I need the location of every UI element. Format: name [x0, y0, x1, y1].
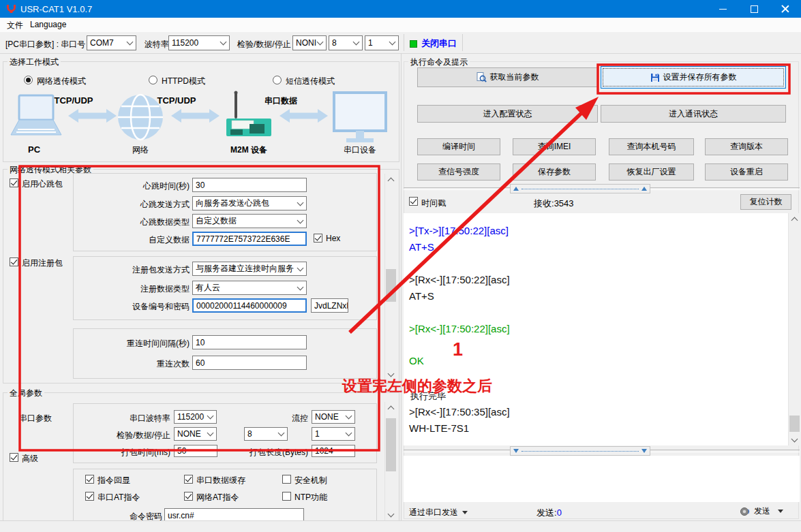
- query-signal-button[interactable]: 查信号强度: [417, 163, 500, 181]
- com-port-select[interactable]: COM7: [87, 35, 136, 50]
- databits-select[interactable]: 8: [329, 35, 363, 50]
- window-title: USR-CAT1 V1.0.7: [20, 4, 92, 14]
- register-datatype-select[interactable]: 有人云: [192, 281, 307, 295]
- reconnect-times-input[interactable]: 60: [192, 356, 307, 370]
- g-databits-value: 8: [247, 429, 252, 439]
- dropdown-arrow-icon: [462, 511, 468, 514]
- radio-sms-label[interactable]: 短信透传模式: [286, 76, 335, 87]
- net-params-scrollbar[interactable]: [384, 174, 396, 380]
- send-splitter[interactable]: [510, 446, 650, 456]
- factory-reset-button[interactable]: 恢复出厂设置: [609, 163, 694, 181]
- opt-security-checkbox[interactable]: [282, 475, 291, 484]
- title-bar: USR-CAT1 V1.0.7: [0, 0, 801, 18]
- scrollbar-thumb[interactable]: [789, 416, 800, 432]
- timestamp-label[interactable]: 时间戳: [421, 198, 446, 209]
- advanced-label[interactable]: 高级: [22, 453, 38, 465]
- heartbeat-datatype-select[interactable]: 自定义数据: [192, 214, 307, 228]
- device-password-input[interactable]: JvdLZNxK: [311, 298, 348, 313]
- panel-divider: [401, 53, 402, 520]
- radio-sms[interactable]: [273, 76, 282, 84]
- send-input-area[interactable]: [404, 456, 800, 502]
- g-parity-select[interactable]: NONE: [174, 427, 217, 441]
- query-version-button[interactable]: 查询版本: [705, 138, 788, 155]
- hex-label[interactable]: Hex: [326, 234, 340, 243]
- set-save-params-button[interactable]: 设置并保存所有参数: [601, 66, 786, 89]
- opt-cache-checkbox[interactable]: [184, 475, 193, 484]
- scroll-down-icon[interactable]: [789, 434, 800, 445]
- scroll-down-icon[interactable]: [385, 509, 397, 520]
- enter-comm-label: 进入通讯状态: [669, 108, 718, 120]
- opt-ntp-label[interactable]: NTP功能: [294, 492, 327, 503]
- radio-httpd-label[interactable]: HTTPD模式: [162, 76, 205, 87]
- device-id-input[interactable]: 00002000114460000009: [192, 298, 307, 313]
- pack-len-input[interactable]: 1024: [312, 445, 355, 457]
- register-sendmode-select[interactable]: 与服务器建立连接时向服务: [192, 262, 307, 276]
- port-open-status-icon: [410, 40, 417, 48]
- maximize-button[interactable]: [738, 0, 770, 18]
- opt-security-label[interactable]: 安全机制: [294, 475, 327, 486]
- radio-net-transparent-label[interactable]: 网络透传模式: [37, 76, 86, 87]
- link2-label: TCP/UDP: [157, 95, 196, 106]
- opt-net-at-checkbox[interactable]: [184, 492, 193, 501]
- heartbeat-enable-checkbox[interactable]: [10, 178, 18, 187]
- g-baud-select[interactable]: 115200: [174, 410, 217, 424]
- scrollbar-thumb[interactable]: [386, 418, 396, 471]
- get-params-button[interactable]: 获取当前参数: [417, 67, 598, 87]
- enter-config-button[interactable]: 进入配置状态: [417, 105, 598, 123]
- menu-file[interactable]: 文件: [4, 19, 26, 32]
- send-button[interactable]: 发送: [740, 505, 783, 517]
- g-databits-select[interactable]: 8: [244, 427, 288, 441]
- link3-label: 串口数据: [265, 96, 297, 106]
- heartbeat-time-input[interactable]: 30: [192, 178, 307, 192]
- close-button[interactable]: [770, 0, 801, 18]
- opt-ntp-checkbox[interactable]: [282, 492, 291, 501]
- radio-net-transparent[interactable]: [24, 76, 33, 84]
- parity-select[interactable]: NONI: [292, 35, 327, 50]
- g-stopbits-select[interactable]: 1: [312, 427, 355, 441]
- scroll-down-icon[interactable]: [385, 369, 397, 380]
- opt-serial-at-label[interactable]: 串口AT指令: [97, 492, 140, 503]
- log-scrollbar[interactable]: [788, 213, 800, 445]
- device-restart-button[interactable]: 设备重启: [705, 163, 788, 181]
- opt-serial-at-checkbox[interactable]: [85, 492, 94, 501]
- stopbits-select[interactable]: 1: [365, 35, 399, 50]
- query-imei-button[interactable]: 查询IMEI: [513, 138, 596, 155]
- opt-echo-checkbox[interactable]: [85, 475, 94, 484]
- minimize-button[interactable]: [707, 0, 738, 18]
- reset-count-button[interactable]: 复位计数: [740, 194, 791, 210]
- heartbeat-sendmode-select[interactable]: 向服务器发送心跳包: [192, 196, 307, 210]
- opt-cache-label[interactable]: 串口数据缓存: [196, 475, 245, 486]
- reconnect-interval-input[interactable]: 10: [192, 335, 307, 349]
- scrollbar-thumb[interactable]: [386, 269, 396, 302]
- log-area[interactable]: >[Tx->][17:50:22][asc] AT+S >[Rx<-][17:5…: [404, 213, 788, 445]
- device-id-value: 00002000114460000009: [196, 301, 287, 311]
- log-splitter[interactable]: [510, 184, 650, 193]
- advanced-checkbox[interactable]: [10, 453, 18, 462]
- scroll-up-icon[interactable]: [789, 213, 800, 225]
- heartbeat-time-value: 30: [196, 181, 205, 190]
- register-enable-checkbox[interactable]: [10, 257, 18, 266]
- scroll-up-icon[interactable]: [385, 174, 397, 185]
- save-params-button[interactable]: 保存参数: [513, 163, 596, 181]
- heartbeat-enable-label[interactable]: 启用心跳包: [22, 178, 63, 190]
- enter-comm-button[interactable]: 进入通讯状态: [601, 105, 786, 123]
- pack-time-input[interactable]: 50: [174, 445, 217, 457]
- query-number-button[interactable]: 查询本机号码: [609, 138, 694, 155]
- radio-httpd[interactable]: [149, 76, 157, 84]
- heartbeat-custom-input[interactable]: 7777772E7573722E636E: [192, 232, 307, 246]
- hex-checkbox[interactable]: [314, 234, 322, 242]
- menu-language[interactable]: Language: [27, 19, 69, 30]
- send-via-dropdown[interactable]: 通过串口发送: [409, 507, 468, 518]
- opt-net-at-label[interactable]: 网络AT指令: [196, 492, 239, 503]
- global-params-scrollbar[interactable]: [384, 402, 396, 520]
- close-port-button[interactable]: 关闭串口: [421, 37, 457, 50]
- heartbeat-sendmode-label: 心跳发送方式: [102, 199, 190, 210]
- register-enable-label[interactable]: 启用注册包: [22, 257, 63, 269]
- timestamp-checkbox[interactable]: [409, 197, 418, 206]
- g-flow-select[interactable]: NONE: [312, 410, 355, 424]
- reconnect-times-value: 60: [196, 358, 205, 368]
- compile-time-button[interactable]: 编译时间: [417, 138, 500, 155]
- opt-echo-label[interactable]: 指令回显: [97, 475, 130, 486]
- baud-select[interactable]: 115200: [168, 35, 230, 50]
- scroll-up-icon[interactable]: [385, 402, 397, 413]
